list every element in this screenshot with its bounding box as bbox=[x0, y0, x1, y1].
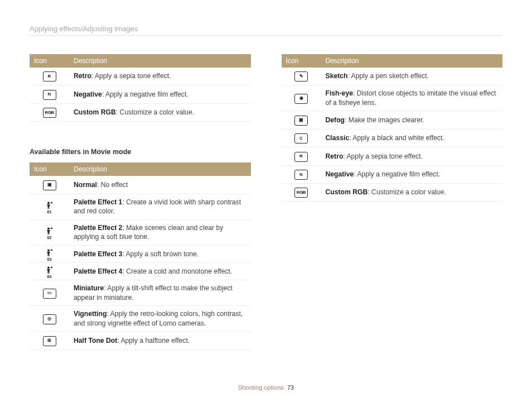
miniature-icon: ▭ bbox=[30, 280, 69, 306]
filter-desc: : Apply a sepia tone effect. bbox=[91, 72, 171, 80]
breadcrumb: Applying effects/Adjusting images bbox=[30, 25, 502, 33]
th-icon: Icon bbox=[30, 54, 69, 68]
footer-section-label: Shooting options bbox=[238, 384, 284, 391]
filter-desc: : Customize a color value. bbox=[116, 108, 194, 116]
filter-desc: : Create a cold and monotone effect. bbox=[122, 267, 232, 275]
vignetting-icon: ◎ bbox=[30, 306, 69, 332]
filter-desc: : Apply a sepia tone effect. bbox=[343, 152, 423, 160]
svg-point-10 bbox=[47, 249, 50, 251]
custom-rgb-icon: RGB bbox=[30, 103, 69, 121]
table-row: 04Palette Effect 4: Create a cold and mo… bbox=[30, 262, 251, 280]
defog-icon: ▦ bbox=[282, 111, 321, 129]
filter-desc: : Customize a color value. bbox=[367, 188, 446, 196]
description-cell: Custom RGB: Customize a color value. bbox=[321, 183, 503, 201]
table-row: 02Palette Effect 2: Make scenes clean an… bbox=[30, 219, 251, 245]
svg-point-0 bbox=[47, 202, 50, 204]
palette4-icon: 04 bbox=[30, 262, 69, 280]
table-row: RRetro: Apply a sepia tone effect. bbox=[282, 147, 503, 165]
th-icon: Icon bbox=[30, 162, 69, 176]
filter-term: Retro bbox=[326, 152, 344, 160]
page-footer: Shooting options 73 bbox=[0, 384, 532, 391]
description-cell: Retro: Apply a sepia tone effect. bbox=[69, 68, 251, 85]
svg-rect-2 bbox=[47, 204, 50, 205]
filter-desc: : No effect bbox=[97, 181, 128, 189]
description-cell: Sketch: Apply a pen sketch effect. bbox=[321, 68, 503, 85]
palette1-icon: 01 bbox=[30, 194, 69, 219]
filter-term: Custom RGB bbox=[326, 188, 368, 196]
negative-icon: N bbox=[282, 165, 321, 183]
filter-term: Defog bbox=[326, 116, 345, 124]
custom-rgb-icon: RGB bbox=[282, 183, 321, 201]
filter-term: Classic bbox=[326, 134, 350, 142]
table-row: NNegative: Apply a negative film effect. bbox=[30, 85, 251, 103]
svg-rect-12 bbox=[47, 252, 50, 253]
table-row: ◉Fish-eye: Distort close objects to imit… bbox=[282, 85, 503, 111]
table-row: NNegative: Apply a negative film effect. bbox=[282, 165, 503, 183]
filter-desc: : Apply a negative film effect. bbox=[354, 170, 440, 178]
sketch-icon: ✎ bbox=[282, 68, 321, 85]
columns: Icon Description RRetro: Apply a sepia t… bbox=[30, 54, 502, 350]
filter-term: Miniature bbox=[74, 284, 104, 292]
palette3-icon: 03 bbox=[30, 245, 69, 262]
palette2-icon: 02 bbox=[30, 219, 69, 245]
description-cell: Palette Effect 2: Make scenes clean and … bbox=[69, 219, 251, 245]
retro-icon: R bbox=[282, 147, 321, 165]
description-cell: Normal: No effect bbox=[69, 176, 251, 194]
description-cell: Classic: Apply a black and white effect. bbox=[321, 129, 503, 147]
th-icon: Icon bbox=[282, 54, 321, 68]
svg-rect-13 bbox=[47, 255, 48, 256]
svg-point-5 bbox=[47, 227, 50, 229]
filter-desc: : Apply a negative film effect. bbox=[102, 90, 188, 98]
filter-term: Negative bbox=[74, 90, 102, 98]
page-number: 73 bbox=[287, 384, 294, 391]
filter-desc: : Apply a soft brown tone. bbox=[122, 250, 199, 258]
description-cell: Palette Effect 1: Create a vivid look wi… bbox=[69, 194, 251, 219]
th-desc: Description bbox=[321, 54, 503, 68]
svg-rect-19 bbox=[49, 272, 49, 274]
negative-icon: N bbox=[30, 85, 69, 103]
table-row: ▦Defog: Make the images clearer. bbox=[282, 111, 503, 129]
filter-term: Custom RGB bbox=[74, 108, 116, 116]
description-cell: Fish-eye: Distort close objects to imita… bbox=[321, 85, 503, 111]
table-row: ⊞Half Tone Dot: Apply a halftone effect. bbox=[30, 332, 251, 350]
normal-icon: ▣ bbox=[30, 176, 69, 194]
description-cell: Vignetting: Apply the retro-looking colo… bbox=[69, 306, 251, 332]
description-cell: Palette Effect 3: Apply a soft brown ton… bbox=[69, 245, 251, 262]
description-cell: Half Tone Dot: Apply a halftone effect. bbox=[69, 332, 251, 350]
table-row: 03Palette Effect 3: Apply a soft brown t… bbox=[30, 245, 251, 262]
svg-rect-8 bbox=[47, 233, 48, 234]
filter-desc: : Apply a halftone effect. bbox=[117, 337, 190, 344]
filter-term: Negative bbox=[326, 170, 354, 178]
th-desc: Description bbox=[69, 54, 251, 68]
filter-term: Normal bbox=[74, 181, 97, 189]
table-row: ◎Vignetting: Apply the retro-looking col… bbox=[30, 306, 251, 332]
description-cell: Negative: Apply a negative film effect. bbox=[321, 165, 503, 183]
filter-term: Palette Effect 2 bbox=[74, 224, 122, 232]
retro-icon: R bbox=[30, 68, 69, 85]
svg-rect-7 bbox=[47, 230, 50, 231]
table-row: 01Palette Effect 1: Create a vivid look … bbox=[30, 194, 251, 219]
section-title: Available filters in Movie mode bbox=[30, 148, 251, 156]
description-cell: Custom RGB: Customize a color value. bbox=[69, 103, 251, 121]
svg-rect-9 bbox=[49, 233, 49, 234]
svg-rect-17 bbox=[47, 269, 50, 270]
filter-table-2: Icon Description ▣Normal: No effect01Pal… bbox=[30, 162, 251, 350]
table-row: RGBCustom RGB: Customize a color value. bbox=[30, 103, 251, 121]
filter-desc: : Apply a black and white effect. bbox=[349, 134, 444, 142]
filter-term: Vignetting bbox=[74, 310, 107, 318]
table-row: CClassic: Apply a black and white effect… bbox=[282, 129, 503, 147]
halftone-icon: ⊞ bbox=[30, 332, 69, 350]
filter-desc: : Make the images clearer. bbox=[345, 116, 424, 124]
filter-table-1: Icon Description RRetro: Apply a sepia t… bbox=[30, 54, 251, 122]
table-row: ▭Miniature: Apply a tilt-shift effect to… bbox=[30, 280, 251, 306]
description-cell: Retro: Apply a sepia tone effect. bbox=[321, 147, 503, 165]
filter-term: Retro bbox=[74, 72, 91, 80]
divider bbox=[30, 35, 502, 36]
filter-term: Palette Effect 4 bbox=[74, 267, 122, 275]
description-cell: Defog: Make the images clearer. bbox=[321, 111, 503, 129]
table-row: ✎Sketch: Apply a pen sketch effect. bbox=[282, 68, 503, 85]
filter-term: Palette Effect 3 bbox=[74, 250, 122, 258]
filter-term: Half Tone Dot bbox=[74, 337, 117, 344]
filter-desc: : Apply a pen sketch effect. bbox=[347, 72, 428, 80]
svg-rect-3 bbox=[47, 207, 48, 209]
